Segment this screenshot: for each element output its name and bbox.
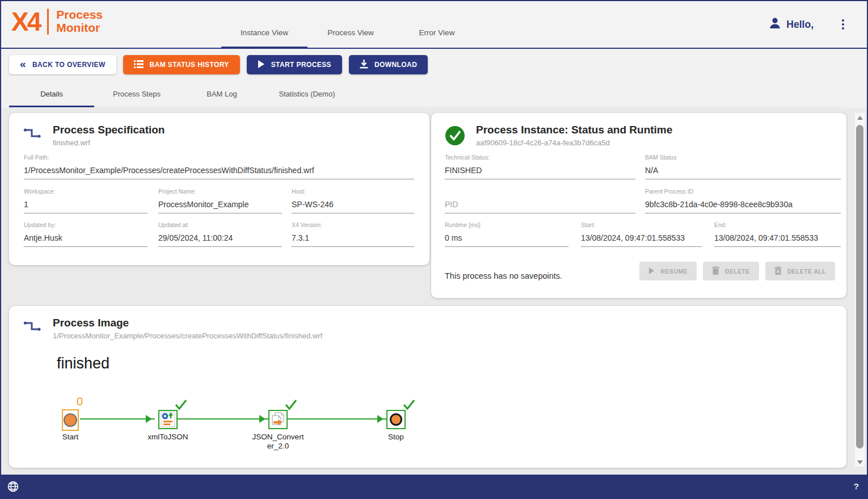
process-image-card: Process Image 1/ProcessMonitor_Example/P… — [9, 306, 846, 468]
tab-process-steps[interactable]: Process Steps — [94, 81, 179, 107]
tab-error-view[interactable]: Error View — [394, 1, 480, 48]
node-start-label: Start — [33, 433, 107, 442]
full-path-label: Full Path: — [24, 154, 414, 161]
node-stop-label: Stop — [359, 433, 433, 442]
process-icon — [23, 126, 41, 143]
back-to-overview-button[interactable]: « BACK TO OVERVIEW — [9, 55, 116, 74]
instance-card-header: Process Instance: Status and Runtime aaf… — [431, 113, 846, 148]
app-title-line2: Monitor — [56, 22, 103, 35]
bam-status-field: BAM Status N/A — [645, 154, 841, 179]
node-json-converter-label: JSON_Convert er_2.0 — [241, 433, 315, 451]
spec-card-title: Process Specification — [53, 124, 165, 136]
updated-by-label: Updated by: — [24, 221, 148, 229]
resume-button[interactable]: RESUME — [639, 262, 696, 280]
updated-by-field: Updated by: Antje.Husk — [24, 221, 148, 247]
resume-label: RESUME — [660, 268, 687, 275]
instance-card-subtitle: aaf90609-18cf-4c26-a74a-fea3b7d6ca5d — [476, 139, 672, 147]
finished-check-icon — [175, 399, 187, 413]
bam-status-history-button[interactable]: BAM STATUS HISTORY — [123, 55, 240, 74]
project-name-value: ProcessMonitor_Example — [158, 200, 282, 213]
start-label: Start: — [581, 221, 702, 229]
technical-status-value: FINISHED — [445, 166, 635, 179]
node-xmltojson — [158, 410, 178, 429]
user-menu[interactable]: Hello, — [768, 1, 814, 48]
help-button[interactable]: ? — [854, 481, 859, 491]
logo-divider — [47, 9, 49, 35]
x4-logo: X4 — [11, 9, 40, 35]
host-label: Host: — [292, 188, 414, 195]
x4-version-value: 7.3.1 — [292, 233, 414, 247]
delete-button[interactable]: DELETE — [703, 262, 759, 280]
flow-arrow — [80, 418, 155, 420]
spec-card-subtitle: finished.wrf — [53, 139, 165, 147]
app-footer: ? — [1, 475, 867, 498]
host-field: Host: SP-WS-246 — [292, 188, 414, 213]
language-globe-icon[interactable] — [7, 480, 19, 493]
greeting-text: Hello, — [786, 19, 814, 31]
vertical-scrollbar[interactable] — [855, 113, 865, 467]
node-json-converter-label-line2: er_2.0 — [241, 442, 315, 451]
delete-all-label: DELETE ALL — [787, 268, 826, 275]
bam-status-value: N/A — [645, 166, 841, 179]
workspace-label: Workspace: — [24, 188, 148, 195]
parent-process-id-label: Parent Process ID — [645, 188, 841, 195]
tab-process-view[interactable]: Process View — [307, 1, 394, 48]
project-name-field: Project Name: ProcessMonitor_Example — [158, 188, 282, 213]
node-stop — [386, 410, 406, 429]
delete-label: DELETE — [725, 268, 750, 275]
end-field: End: 13/08/2024, 09:47:01.558533 — [714, 221, 841, 247]
scroll-down-arrow[interactable] — [855, 458, 865, 467]
runtime-label: Runtime [ms]: — [445, 221, 568, 229]
technical-status-field: Technical Status: FINISHED — [445, 154, 635, 179]
parent-process-id-value: 9bfc3c8b-21da-4c0e-8998-8cee8c9b930a — [645, 200, 841, 213]
scrollbar-thumb[interactable] — [856, 125, 863, 448]
node-json-converter — [268, 410, 288, 429]
kebab-menu-icon[interactable] — [840, 17, 846, 32]
flow-arrow — [178, 418, 268, 420]
detail-tabs: Details Process Steps BAM Log Statistics… — [9, 81, 844, 107]
delete-all-button[interactable]: DELETE ALL — [765, 262, 835, 280]
end-label: End: — [714, 221, 841, 229]
start-marker: 0 — [77, 395, 83, 408]
bam-status-history-label: BAM STATUS HISTORY — [150, 61, 229, 69]
start-process-label: START PROCESS — [271, 61, 331, 69]
download-label: DOWNLOAD — [374, 61, 417, 69]
image-card-title: Process Image — [53, 317, 322, 329]
full-path-field: Full Path: 1/ProcessMonitor_Example/Proc… — [24, 154, 414, 179]
process-specification-card: Process Specification finished.wrf Full … — [9, 113, 429, 265]
node-start — [62, 409, 79, 431]
savepoints-message: This process has no savepoints. — [445, 271, 562, 280]
user-icon — [768, 16, 782, 33]
pid-field: PID — [445, 188, 635, 213]
download-button[interactable]: DOWNLOAD — [349, 55, 428, 74]
spec-card-header: Process Specification finished.wrf — [9, 113, 429, 147]
image-card-header: Process Image 1/ProcessMonitor_Example/P… — [9, 306, 846, 340]
double-chevron-left-icon: « — [20, 58, 26, 69]
play-icon — [258, 60, 265, 70]
back-to-overview-label: BACK TO OVERVIEW — [32, 61, 106, 69]
success-check-icon — [445, 126, 465, 148]
savepoint-actions: RESUME DELETE — [639, 262, 835, 280]
app-logo: X4 Process Monitor — [11, 9, 103, 35]
process-instance-card: Process Instance: Status and Runtime aaf… — [431, 113, 846, 298]
tab-instance-view[interactable]: Instance View — [221, 1, 307, 48]
tab-statistics[interactable]: Statistics (Demo) — [264, 81, 349, 107]
start-process-button[interactable]: START PROCESS — [247, 55, 342, 74]
runtime-value: 0 ms — [445, 233, 568, 247]
process-icon — [23, 319, 41, 336]
full-path-value: 1/ProcessMonitor_Example/Processes/creat… — [24, 166, 414, 179]
tab-details[interactable]: Details — [9, 81, 94, 107]
app-window: X4 Process Monitor Instance View Process… — [0, 0, 868, 499]
image-card-subtitle: 1/ProcessMonitor_Example/Processes/creat… — [53, 332, 322, 340]
view-tabs: Instance View Process View Error View — [221, 1, 480, 48]
converter-service-icon — [270, 412, 286, 427]
flow-arrow — [288, 418, 386, 420]
tab-bam-log[interactable]: BAM Log — [179, 81, 264, 107]
workspace-field: Workspace: 1 — [24, 188, 148, 213]
download-icon — [360, 60, 368, 70]
action-toolbar: « BACK TO OVERVIEW BAM STATUS HISTORY ST… — [9, 55, 428, 74]
updated-by-value: Antje.Husk — [24, 233, 148, 247]
scroll-up-arrow[interactable] — [855, 113, 865, 122]
bam-status-label: BAM Status — [645, 154, 841, 161]
parent-process-id-field: Parent Process ID 9bfc3c8b-21da-4c0e-899… — [645, 188, 841, 213]
